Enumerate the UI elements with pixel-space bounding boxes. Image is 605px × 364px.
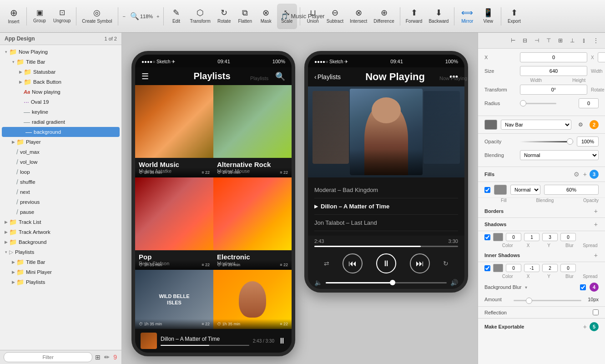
list-item[interactable]: ⏱ 1h 35 min ≡ 22 Electronic Moderat xyxy=(213,177,292,270)
edit-button[interactable]: ✎ Edit xyxy=(166,4,187,29)
inner-shadows-add-button[interactable]: + xyxy=(593,252,599,259)
shadow-1-spread[interactable] xyxy=(560,233,576,241)
tree-vol-low[interactable]: ▶ / vol_low xyxy=(0,157,121,167)
menu-icon[interactable]: ☰ xyxy=(141,71,149,81)
volume-slider[interactable] xyxy=(326,282,447,283)
tree-vol-max[interactable]: ▶ / vol_max xyxy=(0,147,121,157)
tree-pause[interactable]: ▶ / pause xyxy=(0,207,121,217)
tree-section-playlists[interactable]: ▾ ▷ Playlists xyxy=(0,247,121,257)
tree-statusbar[interactable]: ▶ 📁 Statusbar xyxy=(0,67,121,77)
export-button[interactable]: ⬆ Export xyxy=(504,4,524,29)
tree-playlists-titlebar[interactable]: ▶ 📁 Title Bar xyxy=(0,257,121,267)
tree-playlists-leaf[interactable]: ▶ 📁 Playlists xyxy=(0,277,121,287)
align-top-button[interactable]: ⊤ xyxy=(543,35,554,46)
align-left-button[interactable]: ⊢ xyxy=(508,35,519,46)
tree-shuffle[interactable]: ▶ / shuffle xyxy=(0,177,121,187)
inner-shadow-1-y[interactable] xyxy=(524,264,539,272)
difference-button[interactable]: ⊕ Difference xyxy=(371,4,397,29)
np-back-button[interactable]: ‹ Playlists xyxy=(314,73,341,81)
amount-slider[interactable] xyxy=(514,300,581,301)
shadow-1-blur[interactable] xyxy=(542,233,558,241)
inner-shadow-1-blur[interactable] xyxy=(542,264,558,272)
pencil-icon[interactable]: ✏ xyxy=(103,353,111,362)
transform-button[interactable]: ⬡ Transform xyxy=(187,4,213,29)
tree-keyline[interactable]: ▶ — keyline xyxy=(0,107,121,117)
fills-color-swatch[interactable] xyxy=(494,185,507,195)
backward-button[interactable]: ⬇ Backward xyxy=(426,4,451,29)
list-item[interactable]: ⏱ 1h 35 min ≡ 22 xyxy=(213,270,292,329)
search-icon[interactable]: 🔍 xyxy=(275,71,285,81)
list-item[interactable]: ⏱ 1h 35 min ≡ 22 Pop Retro Stefson xyxy=(135,177,213,270)
flatten-button[interactable]: ⧉ Flatten xyxy=(235,4,255,29)
pause-button[interactable]: ⏸ xyxy=(376,253,396,273)
shadow-1-swatch[interactable] xyxy=(493,233,503,241)
opacity-slider[interactable] xyxy=(520,141,573,142)
list-item[interactable]: ▶ Dillon – A Matter of Time xyxy=(314,198,458,215)
width-input[interactable] xyxy=(520,66,587,76)
tree-mini-player[interactable]: ▶ 📁 Mini Player xyxy=(0,267,121,277)
align-bottom-button[interactable]: ⊥ xyxy=(567,35,578,46)
align-center-h-button[interactable]: ⊟ xyxy=(519,35,530,46)
borders-add-button[interactable]: + xyxy=(593,207,599,215)
next-button[interactable]: ⏭ xyxy=(410,253,430,273)
rotate-button[interactable]: ↻ Rotate xyxy=(214,4,234,29)
fills-settings-button[interactable]: ⚙ xyxy=(573,170,580,179)
fills-opacity-input[interactable] xyxy=(544,185,599,195)
tree-radial-gradient[interactable]: ▶ — radial gradient xyxy=(0,117,121,127)
fills-checkbox[interactable] xyxy=(484,187,490,193)
tree-player[interactable]: ▶ 📁 Player xyxy=(0,137,121,147)
blur-type-arrow[interactable]: ▾ xyxy=(525,285,527,290)
zoom-display[interactable]: 🔍 118% xyxy=(128,10,155,22)
insert-button[interactable]: ⊕ Insert xyxy=(4,4,24,29)
inner-shadow-1-spread[interactable] xyxy=(560,264,576,272)
fills-blend-select[interactable]: Normal xyxy=(510,185,540,195)
tree-loop[interactable]: ▶ / loop xyxy=(0,167,121,177)
position-y-input[interactable] xyxy=(598,52,605,62)
tree-next[interactable]: ▶ / next xyxy=(0,187,121,197)
intersect-button[interactable]: ⊗ Intersect xyxy=(347,4,370,29)
align-right-button[interactable]: ⊣ xyxy=(531,35,542,46)
distribute-v-button[interactable]: ⋮ xyxy=(590,35,601,46)
previous-button[interactable]: ⏮ xyxy=(343,253,363,273)
view-button[interactable]: 📱 View xyxy=(478,4,498,29)
opacity-input[interactable] xyxy=(577,136,599,147)
list-item[interactable]: Jon Talabot – Last Land xyxy=(314,215,458,231)
tree-previous[interactable]: ▶ / previous xyxy=(0,197,121,207)
tree-background-folder[interactable]: ▶ 📁 Background xyxy=(0,237,121,247)
list-item[interactable]: ⏱ 1h 35 min ≡ 22 Alternative Rock Modest… xyxy=(213,85,292,177)
subtract-button[interactable]: ⊖ Subtract xyxy=(324,4,346,29)
forward-button[interactable]: ⬆ Forward xyxy=(403,4,425,29)
color-type-select[interactable]: Nav Bar Solid Color Gradient Pattern xyxy=(501,120,571,130)
add-layer-icon[interactable]: ⊞ xyxy=(94,353,101,362)
fills-add-button[interactable]: + xyxy=(582,170,588,179)
shadow-1-x[interactable] xyxy=(506,233,521,241)
tree-track-list[interactable]: ▶ 📁 Track List xyxy=(0,217,121,227)
blending-select[interactable]: Normal Multiply Screen xyxy=(520,150,599,160)
exportable-add-button[interactable]: + xyxy=(582,322,588,331)
position-x-input[interactable] xyxy=(520,52,587,62)
filter-input[interactable] xyxy=(4,352,92,362)
inner-shadow-1-swatch[interactable] xyxy=(493,264,503,272)
tree-now-playing-text[interactable]: ▶ Aa Now playing xyxy=(0,87,121,97)
mask-button[interactable]: ⊗ Mask xyxy=(256,4,276,29)
shadow-1-checkbox[interactable] xyxy=(484,234,490,240)
list-item[interactable]: Moderat – Bad Kingdom xyxy=(314,182,458,198)
distribute-h-button[interactable]: ⫿ xyxy=(579,35,590,46)
tree-background[interactable]: ▶ — background xyxy=(2,127,120,137)
tree-back-button[interactable]: ▶ 📁 Back Button xyxy=(0,77,121,87)
np-progress-bar[interactable] xyxy=(314,246,458,247)
shuffle-icon[interactable]: ⇄ xyxy=(324,260,329,267)
tree-title-bar[interactable]: ▾ 📁 Title Bar xyxy=(0,57,121,67)
radius-input[interactable] xyxy=(579,98,599,108)
radius-slider[interactable] xyxy=(520,103,556,104)
create-symbol-button[interactable]: ◎ Create Symbol xyxy=(79,4,115,29)
reflection-checkbox[interactable] xyxy=(593,309,599,315)
tree-oval-19[interactable]: ▶ ··· Oval 19 xyxy=(0,97,121,107)
inner-shadow-1-x[interactable] xyxy=(506,264,521,272)
shadow-1-y[interactable] xyxy=(524,233,539,241)
list-item[interactable]: WILD BELLEISLES ⏱ 1h 35 min ≡ 22 xyxy=(135,270,213,329)
background-blur-checkbox[interactable] xyxy=(580,284,586,290)
rotate-input[interactable] xyxy=(520,85,587,95)
tree-section-now-playing[interactable]: ▾ 📁 Now Playing xyxy=(0,47,121,57)
mirror-button[interactable]: ⟺ Mirror xyxy=(457,4,477,29)
